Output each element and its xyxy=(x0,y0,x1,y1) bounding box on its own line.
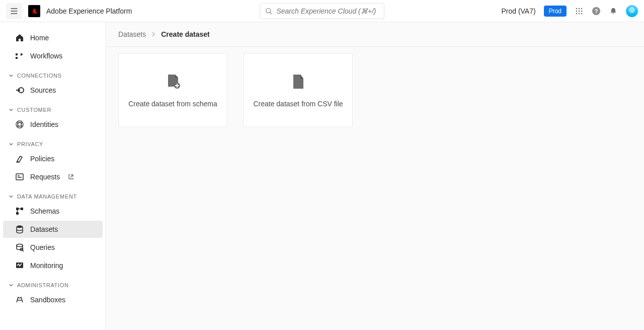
home-icon xyxy=(15,33,24,42)
file-icon xyxy=(289,73,307,91)
schemas-icon xyxy=(15,207,24,216)
svg-point-5 xyxy=(579,10,580,12)
svg-rect-12 xyxy=(16,53,18,55)
sidebar-item-label: Datasets xyxy=(30,225,58,233)
chevron-down-icon xyxy=(8,73,14,79)
svg-rect-16 xyxy=(16,208,19,210)
main-content: Datasets Create dataset Create dataset f… xyxy=(106,22,644,330)
svg-point-7 xyxy=(576,13,578,14)
search-icon xyxy=(265,7,272,15)
svg-rect-13 xyxy=(16,57,18,59)
policies-icon xyxy=(15,154,24,163)
sidebar-item-label: Workflows xyxy=(30,52,62,60)
sidebar-item-requests[interactable]: Requests xyxy=(3,168,103,185)
card-grid: Create dataset from schema Create datase… xyxy=(106,47,644,133)
svg-point-8 xyxy=(579,13,580,14)
adobe-logo xyxy=(28,5,40,17)
top-right-controls: Prod (VA7) Prod ? xyxy=(501,5,638,17)
sidebar-item-workflows[interactable]: Workflows xyxy=(3,47,103,64)
breadcrumb-root[interactable]: Datasets xyxy=(118,30,146,38)
search-input[interactable] xyxy=(276,7,379,15)
prod-badge[interactable]: Prod xyxy=(544,6,567,17)
chevron-down-icon xyxy=(8,282,14,288)
sidebar-item-label: Monitoring xyxy=(30,261,63,270)
sidebar-section-label: DATA MANAGEMENT xyxy=(17,193,77,200)
app-title: Adobe Experience Platform xyxy=(46,7,132,15)
schema-file-icon xyxy=(164,73,182,91)
breadcrumb-current: Create dataset xyxy=(161,30,210,38)
chevron-down-icon xyxy=(8,193,14,200)
create-from-schema-card[interactable]: Create dataset from schema xyxy=(118,53,227,127)
apps-icon[interactable] xyxy=(575,7,584,16)
sidebar-item-sandboxes[interactable]: Sandboxes xyxy=(3,291,103,308)
svg-point-1 xyxy=(576,8,578,9)
svg-point-9 xyxy=(581,13,583,14)
sidebar-item-label: Schemas xyxy=(30,207,59,215)
sidebar-item-label: Requests xyxy=(30,173,60,181)
chevron-right-icon xyxy=(151,32,156,37)
monitoring-icon xyxy=(15,261,24,270)
sidebar-item-label: Queries xyxy=(30,243,55,251)
sidebar-item-identities[interactable]: Identities xyxy=(3,116,103,133)
sidebar-section-label: CONNECTIONS xyxy=(17,73,62,79)
external-link-icon xyxy=(68,174,74,180)
sidebar-item-label: Policies xyxy=(30,155,54,163)
svg-point-19 xyxy=(17,226,23,228)
svg-point-2 xyxy=(579,8,580,9)
svg-text:?: ? xyxy=(595,8,598,14)
sidebar: Home Workflows CONNECTIONS Sources CUSTO… xyxy=(0,22,106,330)
sidebar-section-data-management[interactable]: DATA MANAGEMENT xyxy=(0,186,106,203)
sidebar-item-label: Identities xyxy=(30,120,58,128)
sidebar-item-label: Sources xyxy=(30,86,56,94)
card-label: Create dataset from CSV file xyxy=(253,100,343,108)
svg-rect-18 xyxy=(16,212,19,215)
sidebar-section-administration[interactable]: ADMINISTRATION xyxy=(0,275,106,291)
user-avatar[interactable] xyxy=(626,5,638,17)
sidebar-section-privacy[interactable]: PRIVACY xyxy=(0,134,106,150)
sandboxes-icon xyxy=(15,295,24,304)
hamburger-icon xyxy=(10,7,18,15)
chevron-down-icon xyxy=(8,141,14,147)
breadcrumb: Datasets Create dataset xyxy=(106,22,644,47)
hamburger-button[interactable] xyxy=(6,3,22,19)
sidebar-section-label: CUSTOMER xyxy=(17,107,51,113)
sidebar-section-connections[interactable]: CONNECTIONS xyxy=(0,65,106,82)
top-bar: Adobe Experience Platform Prod (VA7) Pro… xyxy=(0,0,644,22)
datasets-icon xyxy=(15,225,24,234)
create-from-csv-card[interactable]: Create dataset from CSV file xyxy=(244,53,353,127)
sidebar-item-home[interactable]: Home xyxy=(3,29,103,46)
chevron-down-icon xyxy=(8,107,14,113)
requests-icon xyxy=(15,172,24,181)
sidebar-section-customer[interactable]: CUSTOMER xyxy=(0,100,106,116)
adobe-logo-icon xyxy=(30,7,38,15)
svg-point-4 xyxy=(576,10,578,12)
sidebar-item-label: Sandboxes xyxy=(30,296,65,304)
sidebar-item-policies[interactable]: Policies xyxy=(3,150,103,167)
help-icon[interactable]: ? xyxy=(592,7,601,16)
sidebar-item-datasets[interactable]: Datasets xyxy=(3,221,103,238)
sidebar-section-label: PRIVACY xyxy=(17,141,43,147)
notifications-icon[interactable] xyxy=(609,7,618,16)
card-label: Create dataset from schema xyxy=(128,100,217,108)
svg-point-20 xyxy=(17,244,23,247)
svg-point-6 xyxy=(581,10,583,12)
svg-point-3 xyxy=(581,8,583,9)
sidebar-item-monitoring[interactable]: Monitoring xyxy=(3,257,103,274)
sidebar-item-sources[interactable]: Sources xyxy=(3,82,103,99)
svg-rect-17 xyxy=(21,208,23,210)
sources-icon xyxy=(15,86,24,95)
queries-icon xyxy=(15,243,24,252)
sidebar-item-queries[interactable]: Queries xyxy=(3,239,103,256)
sidebar-item-schemas[interactable]: Schemas xyxy=(3,203,103,220)
svg-rect-15 xyxy=(16,174,23,180)
sidebar-item-label: Home xyxy=(30,34,49,42)
environment-label: Prod (VA7) xyxy=(501,7,535,15)
search-box[interactable] xyxy=(260,3,384,19)
identities-icon xyxy=(15,120,24,129)
workflows-icon xyxy=(15,51,24,60)
sidebar-section-label: ADMINISTRATION xyxy=(17,282,69,288)
